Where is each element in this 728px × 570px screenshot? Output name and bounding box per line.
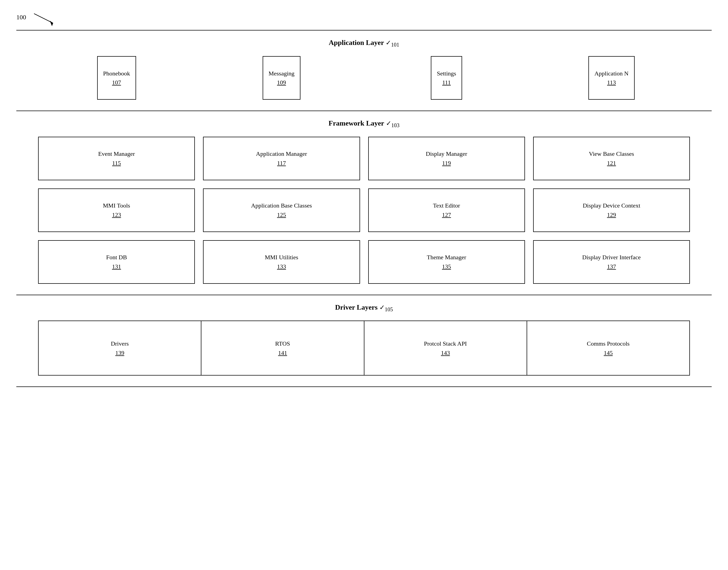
fw-box-name-133: MMI Utilities [265, 254, 298, 261]
fw-box-121: View Base Classes 121 [533, 137, 690, 180]
fw-box-123: MMI Tools 123 [38, 189, 195, 232]
fw-box-117: Application Manager 117 [203, 137, 360, 180]
svg-marker-1 [50, 21, 53, 26]
app-box-num-109: 109 [277, 79, 286, 86]
framework-row-0: Event Manager 115 Application Manager 11… [38, 137, 690, 180]
fw-box-name-119: Display Manager [426, 150, 467, 158]
fw-box-131: Font DB 131 [38, 240, 195, 284]
driver-box-name-139: Drivers [111, 340, 129, 348]
driver-layer: Driver Layers ✓105 Drivers 139 RTOS 141 … [16, 295, 712, 387]
app-box-num-111: 111 [442, 79, 451, 86]
fw-box-name-125: Application Base Classes [251, 202, 312, 210]
fw-box-num-121: 121 [607, 160, 616, 167]
fw-box-name-121: View Base Classes [589, 150, 634, 158]
driver-box-141: RTOS 141 [201, 321, 364, 375]
fw-box-125: Application Base Classes 125 [203, 189, 360, 232]
fw-box-name-129: Display Device Context [583, 202, 640, 210]
driver-layer-title: Driver Layers ✓105 [38, 303, 690, 313]
app-box-num-107: 107 [112, 79, 121, 86]
driver-grid: Drivers 139 RTOS 141 Protcol Stack API 1… [38, 320, 690, 375]
fw-box-num-125: 125 [277, 211, 286, 218]
fw-box-num-117: 117 [277, 160, 286, 167]
diagram-wrapper: 100 Application Layer ✓101 Phonebook 107… [16, 11, 712, 387]
application-layer-grid: Phonebook 107 Messaging 109 Settings 111… [38, 56, 690, 100]
driver-box-139: Drivers 139 [39, 321, 201, 375]
fw-box-num-127: 127 [442, 211, 451, 218]
fw-box-127: Text Editor 127 [368, 189, 525, 232]
app-box-name-107: Phonebook [103, 70, 130, 78]
app-box-109: Messaging 109 [263, 56, 300, 100]
driver-box-num-139: 139 [115, 349, 124, 356]
driver-box-143: Protcol Stack API 143 [365, 321, 527, 375]
fw-box-name-135: Theme Manager [427, 254, 466, 261]
fw-box-135: Theme Manager 135 [368, 240, 525, 284]
driver-box-num-143: 143 [441, 349, 450, 356]
driver-box-num-145: 145 [604, 349, 613, 356]
fw-box-name-131: Font DB [106, 254, 127, 261]
fw-box-name-117: Application Manager [256, 150, 307, 158]
application-layer-title: Application Layer ✓101 [38, 39, 690, 48]
fw-box-name-137: Display Driver Interface [582, 254, 641, 261]
framework-rows: Event Manager 115 Application Manager 11… [38, 137, 690, 284]
arrow-100 [31, 11, 64, 27]
fw-box-name-127: Text Editor [433, 202, 460, 210]
app-box-name-111: Settings [437, 70, 456, 78]
driver-box-num-141: 141 [278, 349, 287, 356]
fw-box-num-135: 135 [442, 263, 451, 270]
fw-box-num-133: 133 [277, 263, 286, 270]
app-box-111: Settings 111 [431, 56, 462, 100]
fw-box-num-119: 119 [442, 160, 451, 167]
app-box-name-113: Application N [594, 70, 628, 78]
fw-box-name-115: Event Manager [98, 150, 135, 158]
fw-box-115: Event Manager 115 [38, 137, 195, 180]
app-box-num-113: 113 [607, 79, 616, 86]
framework-layer-title: Framework Layer ✓103 [38, 119, 690, 128]
fw-box-name-123: MMI Tools [103, 202, 130, 210]
fw-box-num-115: 115 [112, 160, 121, 167]
driver-box-145: Comms Protocols 145 [527, 321, 690, 375]
fw-box-num-129: 129 [607, 211, 616, 218]
driver-box-name-143: Protcol Stack API [424, 340, 467, 348]
framework-row-2: Font DB 131 MMI Utilities 133 Theme Mana… [38, 240, 690, 284]
fw-box-137: Display Driver Interface 137 [533, 240, 690, 284]
fw-box-num-123: 123 [112, 211, 121, 218]
framework-layer: Framework Layer ✓103 Event Manager 115 A… [16, 111, 712, 295]
app-box-name-109: Messaging [268, 70, 294, 78]
app-box-107: Phonebook 107 [97, 56, 136, 100]
fw-box-129: Display Device Context 129 [533, 189, 690, 232]
fw-box-num-137: 137 [607, 263, 616, 270]
application-layer: Application Layer ✓101 Phonebook 107 Mes… [16, 30, 712, 111]
app-box-113: Application N 113 [588, 56, 634, 100]
fw-box-119: Display Manager 119 [368, 137, 525, 180]
fw-box-133: MMI Utilities 133 [203, 240, 360, 284]
driver-box-name-141: RTOS [275, 340, 290, 348]
fw-box-num-131: 131 [112, 263, 121, 270]
driver-box-name-145: Comms Protocols [587, 340, 630, 348]
label-100: 100 [16, 14, 26, 21]
framework-row-1: MMI Tools 123 Application Base Classes 1… [38, 189, 690, 232]
